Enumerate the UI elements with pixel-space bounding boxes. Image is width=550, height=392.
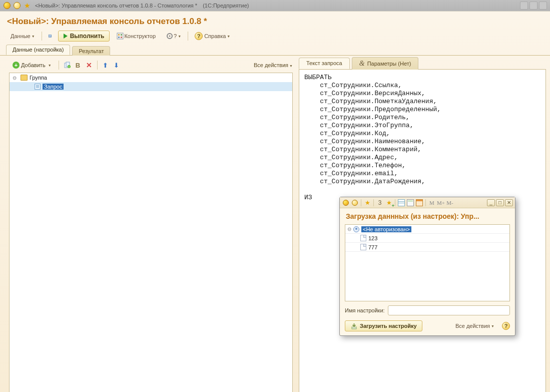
dlg-app-icon <box>342 199 350 207</box>
window-titlebar: ★ <Новый>: Управляемая консоль отчетов 1… <box>0 0 550 11</box>
folder-icon <box>21 75 28 81</box>
save-button[interactable] <box>45 31 55 41</box>
dialog-form: Имя настройки: <box>340 303 515 318</box>
dlg-item-row[interactable]: 123 <box>345 234 509 243</box>
load-icon <box>350 322 357 329</box>
load-setting-button[interactable]: Загрузить настройку <box>345 320 422 331</box>
dlg-m-button[interactable]: M <box>428 199 436 207</box>
all-actions-menu[interactable]: Все действия▼ <box>254 62 293 68</box>
page-title: <Новый>: Управляемая консоль отчетов 1.0… <box>0 12 550 30</box>
tree-group-row[interactable]: ⊖ Группа <box>10 73 292 82</box>
query-icon <box>35 84 41 90</box>
tab-settings[interactable]: Данные (настройка) <box>6 45 70 55</box>
dialog-list[interactable]: ⊖ <Не авторизован> 123 777 <box>345 224 510 301</box>
svg-rect-7 <box>118 37 120 38</box>
dlg-mplus-button[interactable]: M+ <box>437 199 445 207</box>
tree-toolbar: + Добавить▼ + В ✕ ⬆ ⬇ Все действия▼ <box>9 59 293 72</box>
play-icon <box>64 34 68 39</box>
dlg-maximize-button[interactable]: □ <box>496 199 504 206</box>
dialog-title: Загрузка даннных (из настроек): Упр... <box>340 208 515 222</box>
gear-icon <box>166 32 174 40</box>
help-menu[interactable]: ? Справка▼ <box>191 31 234 42</box>
dlg-back-icon[interactable] <box>351 199 359 207</box>
svg-rect-5 <box>118 34 120 36</box>
dlg-minimize-button[interactable]: _ <box>487 199 495 206</box>
window-icon-1[interactable] <box>520 2 528 10</box>
svg-rect-8 <box>121 37 122 38</box>
window-icon-3[interactable] <box>539 2 547 10</box>
settings-button[interactable]: ?▼ <box>162 31 185 42</box>
tab-result[interactable]: Результат <box>72 46 110 56</box>
execute-button[interactable]: Выполнить <box>58 31 110 42</box>
dlg-all-actions[interactable]: Все действия▼ <box>452 321 498 330</box>
help-icon: ? <box>195 32 203 40</box>
page-icon <box>360 235 366 241</box>
dialog-footer: Загрузить настройку Все действия▼ ? <box>340 318 515 335</box>
page-icon <box>360 244 366 250</box>
constructor-icon <box>116 32 124 40</box>
svg-rect-6 <box>121 34 122 36</box>
nav-back-icon[interactable] <box>13 2 21 10</box>
copy-button[interactable]: + <box>63 61 72 70</box>
tab-query-text[interactable]: Текст запроса <box>299 58 350 69</box>
constructor-button[interactable]: Конструктор <box>113 31 159 42</box>
svg-rect-4 <box>117 33 123 39</box>
svg-point-10 <box>169 36 171 37</box>
window-title-right: (1С:Предприятие) <box>203 3 249 9</box>
b-button[interactable]: В <box>74 61 83 70</box>
dlg-star-icon[interactable]: ★ <box>363 199 371 207</box>
dlg-mminus-button[interactable]: M- <box>446 199 454 207</box>
delete-button[interactable]: ✕ <box>85 61 94 70</box>
load-settings-dialog: ★ 3 ★ M M+ M- _ □ ✕ Загрузка даннных (из… <box>339 197 515 336</box>
window-title-left: <Новый>: Управляемая консоль отчетов 1.0… <box>35 3 197 9</box>
svg-rect-1 <box>49 35 51 36</box>
add-button[interactable]: + Добавить▼ <box>9 60 55 70</box>
right-tabs: Текст запроса &Параметры (Нет) <box>299 58 546 70</box>
dlg-calendar-icon[interactable] <box>415 199 423 207</box>
dlg-table-icon[interactable] <box>397 199 405 207</box>
dlg-help-button[interactable]: ? <box>502 322 510 330</box>
user-icon <box>353 226 359 232</box>
dlg-item-row[interactable]: 777 <box>345 243 509 252</box>
data-menu[interactable]: Данные▼ <box>7 32 39 41</box>
svg-text:+: + <box>68 65 70 68</box>
dlg-star-add-icon[interactable]: ★ <box>385 199 393 207</box>
svg-rect-3 <box>50 37 51 37</box>
dlg-close-button[interactable]: ✕ <box>505 199 513 206</box>
dialog-titlebar: ★ 3 ★ M M+ M- _ □ ✕ <box>340 197 515 208</box>
move-down-button[interactable]: ⬇ <box>112 61 121 70</box>
favorite-star-icon[interactable]: ★ <box>23 2 31 10</box>
dlg-root-row[interactable]: ⊖ <Не авторизован> <box>345 225 509 234</box>
svg-rect-15 <box>352 327 356 329</box>
main-toolbar: Данные▼ Выполнить Конструктор ?▼ ? Справ… <box>0 30 550 45</box>
move-up-button[interactable]: ⬆ <box>101 61 110 70</box>
main-tabs: Данные (настройка) Результат <box>0 45 550 56</box>
collapse-icon[interactable]: ⊖ <box>13 75 19 81</box>
collapse-icon[interactable]: ⊖ <box>347 226 353 232</box>
ampersand-icon: & <box>359 60 365 67</box>
query-tree[interactable]: ⊖ Группа Запрос <box>9 73 293 392</box>
setting-name-label: Имя настройки: <box>345 307 385 313</box>
setting-name-input[interactable] <box>388 305 510 315</box>
tree-query-row[interactable]: Запрос <box>10 82 292 91</box>
dlg-calc-icon[interactable] <box>406 199 414 207</box>
app-icon <box>3 2 11 10</box>
plus-icon: + <box>13 62 20 69</box>
tab-parameters[interactable]: &Параметры (Нет) <box>352 57 419 70</box>
window-icon-2[interactable] <box>529 2 537 10</box>
dlg-counter: 3 <box>376 199 384 207</box>
